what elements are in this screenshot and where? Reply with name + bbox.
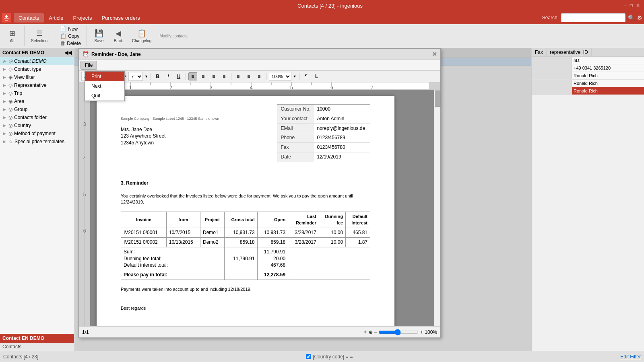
rp-val-4: Ronald Rich [572,87,644,95]
search-input[interactable] [561,13,625,22]
svg-text:1: 1 [129,85,132,90]
inv1-fee: 10.00 [319,228,345,238]
page-info: 1/1 [82,329,89,335]
font-size-select[interactable]: 7 [128,72,143,81]
svg-point-0 [5,15,8,18]
copy-icon: 📋 [60,33,66,39]
sidebar: Contact EN DEMO ◀◀ ▶ ◎ Contact DEMO ▶ ◎ … [0,48,74,351]
justify-button[interactable]: ≡ [220,72,229,80]
toolbar-modify-group: 📄 New 📋 Copy 🗑 Delete [58,26,87,46]
sidebar-item-trip[interactable]: ▶ ◎ Trip [0,89,74,97]
back-button[interactable]: ◀ Back [109,27,127,45]
dropdown-print[interactable]: Print [85,72,124,81]
right-panel-header: Fax representative_ID [532,48,644,57]
window-controls[interactable]: – □ ✕ [624,3,640,8]
filter-checkbox[interactable] [306,354,311,359]
ruler: 1 2 3 4 5 6 7 [79,82,440,90]
file-menu-bar: File [79,60,440,71]
expand-representative-icon: ▶ [3,83,6,87]
new-button[interactable]: 📄 New [58,25,83,32]
sidebar-item-contacts-folder[interactable]: ▶ ◎ Contacts folder [0,113,74,121]
changelog-button[interactable]: 📋 Changelog [129,27,155,45]
zoom-plus-icon[interactable]: + [420,329,423,335]
special-char-button[interactable]: L [312,72,321,80]
expand-view-filter-icon: ▶ [3,75,6,79]
file-menu-button[interactable]: File [80,61,97,70]
paragraph-button[interactable]: ¶ [302,72,311,80]
menu-purchase-orders[interactable]: Purchase orders [97,13,144,23]
dialog-bottom-bar: 1/1 ⌖ ⊕ – + 100% [79,326,440,337]
info-contact-label: Your contact [277,114,314,123]
rp-row-2: Ronald Rich [532,72,644,80]
scroll-thumb[interactable] [435,90,440,107]
save-button[interactable]: 💾 Save [90,27,108,45]
dropdown-quit[interactable]: Quit [85,91,124,101]
zoom-minus-icon[interactable]: – [374,329,377,335]
unordered-list-button[interactable]: ≡ [234,72,243,80]
th-gross: Gross total [224,212,257,228]
sidebar-item-view-filter[interactable]: ▶ ◉ View filter [0,73,74,81]
italic-button[interactable]: I [164,72,173,80]
dropdown-next[interactable]: Next [85,81,124,91]
dialog-close-button[interactable]: ✕ [432,50,437,58]
right-panel: Fax representative_ID nD: +49 0341 32651… [531,48,644,351]
file-dropdown: Print Next Quit [85,71,125,101]
align-left-button[interactable]: ≡ [188,72,197,80]
sidebar-contacts-folder-label: Contacts folder [14,115,47,120]
right-scrollbar[interactable] [434,90,440,326]
zoom-select[interactable]: 100% [269,72,291,81]
close-button[interactable]: ✕ [636,3,640,8]
search-icon[interactable]: 🔍 [628,14,635,21]
sidebar-item-contact-demo[interactable]: ▶ ◎ Contact DEMO [0,57,74,65]
inv2-last: 3/28/2017 [288,237,319,247]
sidebar-item-method-of-payment[interactable]: ▶ ◎ Method of payment [0,130,74,138]
copy-button[interactable]: 📋 Copy [58,33,83,39]
invoice-header-row: Invoice from Project Gross total Open La… [121,212,370,228]
underline-button[interactable]: U [174,72,183,80]
delete-button[interactable]: 🗑 Delete [58,40,83,47]
settings-icon[interactable]: ⚙ [637,14,642,21]
menu-projects[interactable]: Projects [68,13,97,23]
bold-button[interactable]: B [153,72,162,80]
left-ruler: 3 4 5 6 [79,90,90,326]
inv1-open: 10,931.73 [257,228,288,238]
align-center-button[interactable]: ≡ [199,72,208,80]
nav-home-icon[interactable]: ⌖ [364,329,367,335]
document-scroll[interactable]: Customer No. 10000 Your contact Anton Ad… [90,90,434,326]
modify-buttons: 📄 New 📋 Copy 🗑 Delete [58,25,83,47]
title-bar: Contacts [4 / 23] - ingenious – □ ✕ [0,0,644,11]
selection-icon: ☰ [36,29,43,38]
all-button[interactable]: ⊞ All [3,27,21,45]
inv1-gross: 10,931.73 [224,228,257,238]
indent-button[interactable]: ≡ [255,72,264,80]
rp-row-0: nD: [532,57,644,64]
sidebar-item-special-price[interactable]: ▶ ☆ Special price templates [0,138,74,146]
align-right-button[interactable]: ≡ [209,72,218,80]
sidebar-item-area[interactable]: ▶ ◉ Area [0,97,74,105]
sidebar-item-country[interactable]: ▶ ◎ Country [0,121,74,130]
sidebar-header[interactable]: Contact EN DEMO ◀◀ [0,48,74,57]
ordered-list-button[interactable]: ≡ [244,72,253,80]
rp-val-3: Ronald Rich [572,80,644,87]
sidebar-item-representative[interactable]: ▶ ◎ Representative [0,81,74,89]
sidebar-item-group[interactable]: ▶ ◎ Group [0,105,74,113]
zoom-slider[interactable] [378,329,419,335]
menu-contacts[interactable]: Contacts [14,13,44,23]
info-email-label: EMail [277,123,314,133]
sidebar-group-label: Group [14,107,27,112]
selection-button[interactable]: ☰ Selection [28,27,51,45]
sidebar-collapse-icon[interactable]: ◀◀ [64,50,72,56]
invoice-sum-row: Sum:Dunning fee total:Default interest t… [121,247,370,270]
font-size-dropdown-icon: ▼ [144,74,148,78]
inv2-interest: 1.87 [346,237,370,247]
minimize-button[interactable]: – [624,3,627,8]
inv2-gross: 859.18 [224,237,257,247]
info-row-email: EMail noreply@ingenious.de [277,123,370,133]
nav-arrow-icon[interactable]: ⊕ [369,329,373,335]
edit-filter-button[interactable]: Edit Filter [620,354,641,360]
sidebar-item-contact-type[interactable]: ▶ ◎ Contact type [0,65,74,73]
maximize-button[interactable]: □ [630,3,633,8]
menu-article[interactable]: Article [44,13,68,23]
invoice-total-row: Please pay in total: 12,278.59 [121,270,370,280]
toolbar-selection-group: ☰ Selection [28,26,54,46]
